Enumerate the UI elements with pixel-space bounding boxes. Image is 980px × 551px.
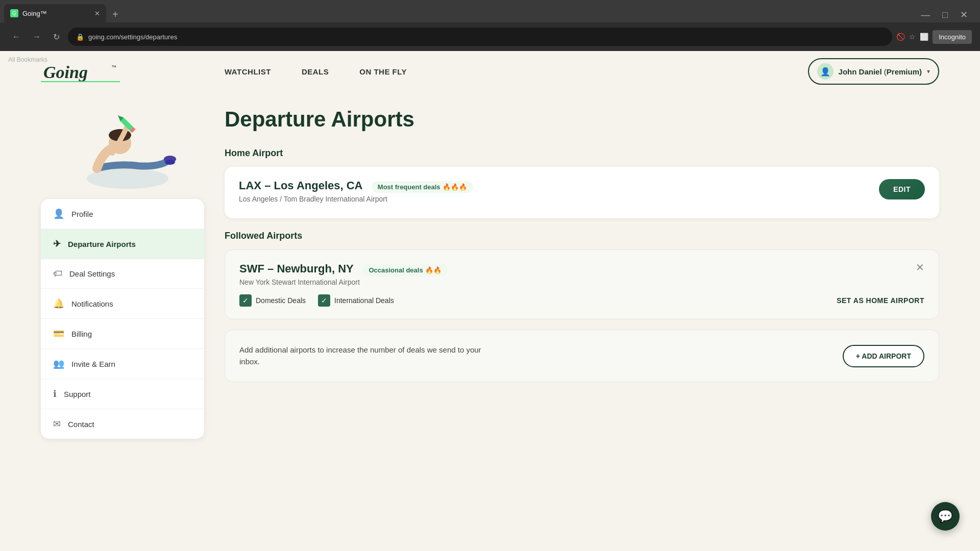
minimize-button[interactable]: —: [917, 8, 934, 22]
svg-point-10: [165, 160, 175, 165]
home-airport-header: LAX – Los Angeles, CA Most frequent deal…: [239, 179, 925, 203]
domestic-check-icon: ✓: [239, 294, 252, 307]
content-area: 👤 Profile ✈ Departure Airports 🏷 Deal Se…: [0, 102, 980, 439]
followed-airport-city: Newburgh, NY: [277, 262, 353, 275]
address-bar[interactable]: 🔒 going.com/settings/departures: [68, 28, 892, 46]
close-window-button[interactable]: ✕: [956, 7, 972, 22]
followed-airports-section-title: Followed Airports: [225, 231, 939, 241]
sidebar-label-invite-earn: Invite & Earn: [71, 360, 115, 368]
home-airport-section-title: Home Airport: [225, 148, 939, 159]
sidebar-label-contact: Contact: [68, 420, 94, 429]
camera-off-icon: 🚫: [896, 33, 905, 41]
home-airport-card: LAX – Los Angeles, CA Most frequent deal…: [225, 167, 939, 218]
app-wrapper: Going ™ WATCHLIST DEALS ON THE FLY 👤 Joh…: [0, 51, 980, 551]
mail-icon: ✉: [53, 418, 61, 430]
home-airport-full-name: Los Angeles / Tom Bradley International …: [239, 195, 473, 203]
followed-airport-code-name: SWF – Newburgh, NY Occasional deals 🔥🔥: [239, 262, 448, 276]
user-name: John Daniel (Premium): [839, 67, 922, 76]
sidebar-item-invite-earn[interactable]: 👥 Invite & Earn: [41, 349, 204, 379]
sidebar-label-notifications: Notifications: [71, 299, 113, 308]
nav-watchlist[interactable]: WATCHLIST: [225, 67, 271, 76]
international-deals-label: International Deals: [334, 296, 394, 305]
sidebar-item-departure-airports[interactable]: ✈ Departure Airports: [41, 229, 204, 259]
maximize-button[interactable]: □: [938, 8, 952, 22]
sidebar-item-billing[interactable]: 💳 Billing: [41, 319, 204, 349]
page-title: Departure Airports: [225, 107, 939, 132]
tab-bar: G Going™ ✕ + — □ ✕: [0, 0, 980, 22]
chevron-down-icon: ▾: [927, 68, 930, 75]
followed-airport-code: SWF: [239, 262, 264, 275]
sidebar-label-billing: Billing: [71, 330, 92, 338]
bell-icon: 🔔: [53, 298, 64, 309]
remove-followed-airport-button[interactable]: ✕: [916, 262, 924, 272]
sidebar-label-support: Support: [64, 390, 91, 398]
close-tab-button[interactable]: ✕: [94, 10, 100, 17]
sidebar-item-support[interactable]: ℹ Support: [41, 379, 204, 409]
sidebar-item-notifications[interactable]: 🔔 Notifications: [41, 289, 204, 319]
sidebar-item-deal-settings[interactable]: 🏷 Deal Settings: [41, 259, 204, 289]
toolbar-actions: 🚫 ☆ ⬜ Incognito: [896, 30, 972, 44]
incognito-button[interactable]: Incognito: [933, 30, 972, 44]
forward-button[interactable]: →: [29, 29, 45, 44]
sidebar-illustration: [41, 102, 204, 204]
followed-airport-header: SWF – Newburgh, NY Occasional deals 🔥🔥 N…: [239, 262, 924, 286]
tag-icon: 🏷: [53, 268, 62, 279]
tab-favicon: G: [10, 9, 18, 17]
sidebar-label-departure-airports: Departure Airports: [68, 240, 136, 248]
main-nav: WATCHLIST DEALS ON THE FLY: [225, 67, 808, 76]
sidebar-label-profile: Profile: [71, 210, 93, 218]
window-controls: — □ ✕: [917, 7, 976, 22]
browser-chrome: G Going™ ✕ + — □ ✕ ← → ↻ 🔒 going.com/set…: [0, 0, 980, 51]
home-airport-code-name: LAX – Los Angeles, CA Most frequent deal…: [239, 179, 473, 193]
set-as-home-airport-button[interactable]: SET AS HOME AIRPORT: [837, 296, 924, 305]
followed-deal-badge: Occasional deals 🔥🔥: [362, 264, 447, 276]
active-tab[interactable]: G Going™ ✕: [4, 4, 106, 22]
user-menu[interactable]: 👤 John Daniel (Premium) ▾: [808, 58, 939, 85]
nav-deals[interactable]: DEALS: [302, 67, 329, 76]
domestic-deals-check: ✓ Domestic Deals: [239, 294, 306, 307]
domestic-deals-label: Domestic Deals: [256, 296, 306, 305]
logo-svg: Going ™: [41, 59, 122, 84]
display-icon: ⬜: [920, 33, 928, 41]
chat-button[interactable]: 💬: [931, 502, 960, 531]
card-icon: 💳: [53, 328, 64, 339]
back-button[interactable]: ←: [8, 29, 24, 44]
followed-airport-full-name: New York Stewart International Airport: [239, 278, 448, 286]
logo[interactable]: Going ™: [41, 59, 122, 84]
international-check-icon: ✓: [318, 294, 330, 307]
home-deal-label: Most frequent deals: [378, 183, 440, 191]
tab-title: Going™: [22, 10, 47, 17]
home-deal-badge: Most frequent deals 🔥🔥🔥: [372, 181, 473, 193]
browser-toolbar: ← → ↻ 🔒 going.com/settings/departures 🚫 …: [0, 22, 980, 51]
illustration-svg: [46, 102, 199, 204]
add-airport-description: Add additional airports to increase the …: [239, 344, 495, 367]
home-airport-code: LAX: [239, 179, 261, 192]
followed-airport-card-0: SWF – Newburgh, NY Occasional deals 🔥🔥 N…: [225, 249, 939, 319]
svg-text:Going: Going: [43, 63, 88, 82]
refresh-button[interactable]: ↻: [49, 29, 64, 45]
svg-text:™: ™: [111, 64, 116, 70]
users-icon: 👥: [53, 358, 64, 369]
profile-icon: 👤: [53, 208, 64, 219]
sidebar: 👤 Profile ✈ Departure Airports 🏷 Deal Se…: [41, 102, 204, 439]
sidebar-nav: 👤 Profile ✈ Departure Airports 🏷 Deal Se…: [41, 199, 204, 439]
site-header: Going ™ WATCHLIST DEALS ON THE FLY 👤 Joh…: [0, 51, 980, 92]
bookmark-icon[interactable]: ☆: [909, 33, 916, 41]
chat-icon: 💬: [938, 509, 953, 523]
followed-deal-emoji: 🔥🔥: [425, 266, 442, 274]
sidebar-label-deal-settings: Deal Settings: [69, 269, 115, 278]
home-airport-city: Los Angeles, CA: [274, 179, 362, 192]
main-content: Departure Airports Home Airport LAX – Lo…: [225, 102, 939, 439]
airplane-icon: ✈: [53, 238, 61, 249]
url-text: going.com/settings/departures: [88, 33, 177, 41]
info-icon: ℹ: [53, 388, 57, 399]
sidebar-item-contact[interactable]: ✉ Contact: [41, 409, 204, 439]
new-tab-button[interactable]: +: [108, 7, 122, 22]
followed-airport-info: SWF – Newburgh, NY Occasional deals 🔥🔥 N…: [239, 262, 448, 286]
add-airport-button[interactable]: + ADD AIRPORT: [843, 345, 924, 367]
nav-on-the-fly[interactable]: ON THE FLY: [359, 67, 407, 76]
avatar: 👤: [817, 63, 834, 80]
add-airport-card: Add additional airports to increase the …: [225, 330, 939, 382]
home-airport-info: LAX – Los Angeles, CA Most frequent deal…: [239, 179, 473, 203]
edit-home-airport-button[interactable]: EDIT: [879, 179, 925, 199]
